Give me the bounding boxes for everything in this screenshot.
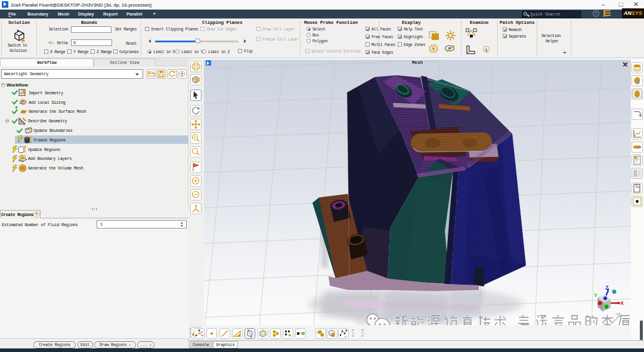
svg-text:Y: Y xyxy=(201,331,203,334)
svg-text:Y: Y xyxy=(594,292,597,298)
svg-text:X: X xyxy=(620,300,624,306)
svg-text:Z: Z xyxy=(605,285,609,291)
